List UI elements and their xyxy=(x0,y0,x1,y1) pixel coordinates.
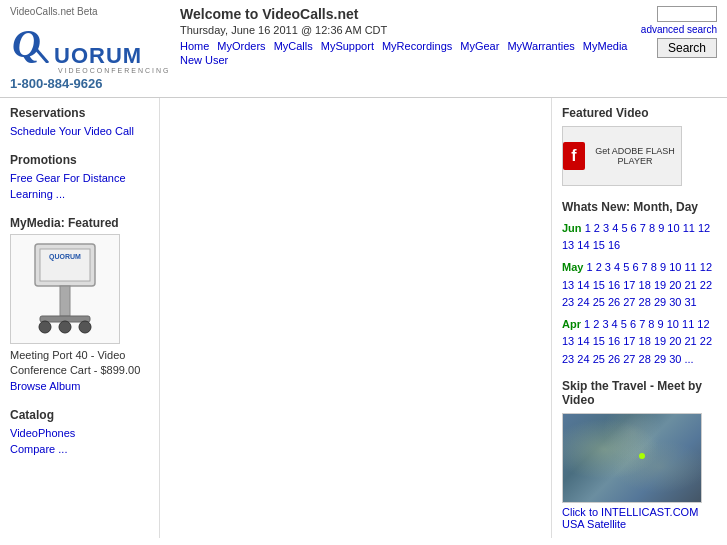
day-link[interactable]: 18 xyxy=(639,279,651,291)
day-link[interactable]: 4 xyxy=(614,261,620,273)
day-link[interactable]: 11 xyxy=(683,222,695,234)
search-button[interactable]: Search xyxy=(657,38,717,58)
day-link[interactable]: 24 xyxy=(577,296,589,308)
day-link[interactable]: 1 xyxy=(585,222,591,234)
day-link[interactable]: 28 xyxy=(639,296,651,308)
nav-mywarranties[interactable]: MyWarranties xyxy=(507,40,574,52)
browse-album-link[interactable]: Browse Album xyxy=(10,379,149,394)
day-link[interactable]: 2 xyxy=(596,261,602,273)
flash-player-box[interactable]: f Get ADOBE FLASH PLAYER xyxy=(562,126,682,186)
day-link[interactable]: 3 xyxy=(603,222,609,234)
day-link[interactable]: 1 xyxy=(584,318,590,330)
day-link[interactable]: 15 xyxy=(593,279,605,291)
day-link[interactable]: 30 xyxy=(669,353,681,365)
day-link[interactable]: 8 xyxy=(651,261,657,273)
day-link[interactable]: 9 xyxy=(660,261,666,273)
day-link[interactable]: 7 xyxy=(640,222,646,234)
compare-link[interactable]: Compare ... xyxy=(10,442,149,457)
day-link[interactable]: 13 xyxy=(562,239,574,251)
nav-myrecordings[interactable]: MyRecordings xyxy=(382,40,452,52)
search-input[interactable] xyxy=(657,6,717,22)
day-link[interactable]: 27 xyxy=(623,353,635,365)
day-link[interactable]: 6 xyxy=(630,318,636,330)
day-link[interactable]: 27 xyxy=(623,296,635,308)
day-link[interactable]: 19 xyxy=(654,279,666,291)
day-link[interactable]: 29 xyxy=(654,296,666,308)
day-link[interactable]: 14 xyxy=(577,239,589,251)
day-link[interactable]: 20 xyxy=(669,335,681,347)
day-link[interactable]: 25 xyxy=(593,353,605,365)
day-link[interactable]: 24 xyxy=(577,353,589,365)
day-link[interactable]: 11 xyxy=(684,261,696,273)
schedule-video-call-link[interactable]: Schedule Your Video Call xyxy=(10,124,149,139)
day-link[interactable]: 22 xyxy=(700,335,712,347)
day-link[interactable]: 26 xyxy=(608,296,620,308)
day-link[interactable]: 25 xyxy=(593,296,605,308)
day-link[interactable]: 10 xyxy=(669,261,681,273)
day-link[interactable]: 17 xyxy=(623,279,635,291)
day-link[interactable]: 6 xyxy=(631,222,637,234)
day-link[interactable]: 8 xyxy=(648,318,654,330)
day-link[interactable]: 23 xyxy=(562,353,574,365)
day-link[interactable]: 28 xyxy=(639,353,651,365)
promotions-link[interactable]: Free Gear For Distance Learning ... xyxy=(10,171,149,202)
day-link[interactable]: 12 xyxy=(700,261,712,273)
day-link[interactable]: 3 xyxy=(605,261,611,273)
day-link[interactable]: 16 xyxy=(608,279,620,291)
day-link[interactable]: ... xyxy=(685,353,694,365)
day-link[interactable]: 3 xyxy=(602,318,608,330)
day-link[interactable]: 23 xyxy=(562,296,574,308)
day-link[interactable]: 5 xyxy=(621,222,627,234)
day-link[interactable]: 21 xyxy=(685,279,697,291)
day-link[interactable]: 18 xyxy=(639,335,651,347)
advanced-search-link[interactable]: advanced search xyxy=(641,24,717,36)
intellicast-link[interactable]: Click to INTELLICAST.COM USA Satellite xyxy=(562,506,717,530)
day-link[interactable]: 4 xyxy=(612,222,618,234)
day-link[interactable]: 16 xyxy=(608,239,620,251)
day-link[interactable]: 7 xyxy=(639,318,645,330)
header-center: Welcome to VideoCalls.net Thursday, June… xyxy=(170,6,637,70)
day-link[interactable]: 30 xyxy=(669,296,681,308)
nav-home[interactable]: Home xyxy=(180,40,209,52)
day-link[interactable]: 11 xyxy=(682,318,694,330)
day-link[interactable]: 17 xyxy=(623,335,635,347)
day-link[interactable]: 2 xyxy=(594,222,600,234)
nav-mymedia[interactable]: MyMedia xyxy=(583,40,628,52)
nav-mysupport[interactable]: MySupport xyxy=(321,40,374,52)
day-link[interactable]: 7 xyxy=(642,261,648,273)
day-link[interactable]: 5 xyxy=(621,318,627,330)
day-link[interactable]: 15 xyxy=(593,239,605,251)
jun-label: Jun xyxy=(562,222,582,234)
day-link[interactable]: 19 xyxy=(654,335,666,347)
skip-travel-section: Skip the Travel - Meet by Video Click to… xyxy=(562,379,717,530)
day-link[interactable]: 29 xyxy=(654,353,666,365)
day-link[interactable]: 12 xyxy=(698,222,710,234)
day-link[interactable]: 8 xyxy=(649,222,655,234)
day-link[interactable]: 16 xyxy=(608,335,620,347)
day-link[interactable]: 15 xyxy=(593,335,605,347)
day-link[interactable]: 5 xyxy=(623,261,629,273)
day-link[interactable]: 2 xyxy=(593,318,599,330)
videophones-link[interactable]: VideoPhones xyxy=(10,426,149,441)
day-link[interactable]: 13 xyxy=(562,279,574,291)
day-link[interactable]: 13 xyxy=(562,335,574,347)
nav-mycalls[interactable]: MyCalls xyxy=(274,40,313,52)
day-link[interactable]: 14 xyxy=(577,279,589,291)
day-link[interactable]: 26 xyxy=(608,353,620,365)
day-link[interactable]: 9 xyxy=(658,318,664,330)
day-link[interactable]: 22 xyxy=(700,279,712,291)
day-link[interactable]: 4 xyxy=(612,318,618,330)
day-link[interactable]: 20 xyxy=(669,279,681,291)
day-link[interactable]: 12 xyxy=(697,318,709,330)
nav-myorders[interactable]: MyOrders xyxy=(217,40,265,52)
day-link[interactable]: 31 xyxy=(685,296,697,308)
day-link[interactable]: 9 xyxy=(658,222,664,234)
day-link[interactable]: 10 xyxy=(667,318,679,330)
day-link[interactable]: 1 xyxy=(586,261,592,273)
nav-mygear[interactable]: MyGear xyxy=(460,40,499,52)
day-link[interactable]: 14 xyxy=(577,335,589,347)
day-link[interactable]: 6 xyxy=(632,261,638,273)
day-link[interactable]: 10 xyxy=(667,222,679,234)
day-link[interactable]: 21 xyxy=(685,335,697,347)
nav-newuser[interactable]: New User xyxy=(180,54,228,66)
